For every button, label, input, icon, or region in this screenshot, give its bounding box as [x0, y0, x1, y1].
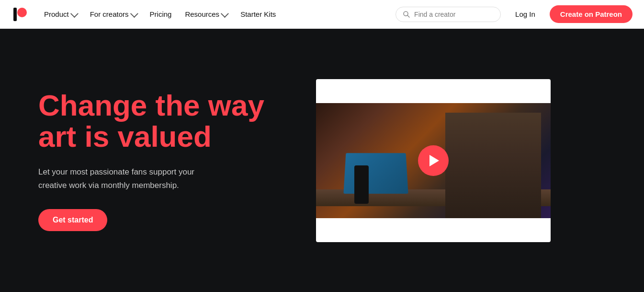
- chevron-down-icon: [221, 10, 229, 18]
- patreon-logo[interactable]: [11, 6, 29, 23]
- svg-rect-1: [13, 8, 17, 21]
- video-mic-left: [354, 165, 369, 204]
- create-on-patreon-button[interactable]: Create on Patreon: [550, 5, 633, 23]
- get-started-button[interactable]: Get started: [38, 209, 107, 231]
- nav-for-creators[interactable]: For creators: [84, 6, 142, 22]
- search-icon: [403, 11, 410, 18]
- nav-right: Log In Create on Patreon: [395, 5, 633, 23]
- nav-product[interactable]: Product: [38, 6, 82, 22]
- hero-section: Change the way art is valued Let your mo…: [0, 29, 644, 292]
- hero-video: [316, 79, 555, 242]
- chevron-down-icon: [70, 10, 79, 18]
- navbar: Product For creators Pricing Resources S…: [0, 0, 644, 29]
- nav-links: Product For creators Pricing Resources S…: [38, 6, 395, 22]
- search-bar[interactable]: [395, 7, 501, 22]
- video-notebook: [343, 153, 408, 194]
- play-icon: [429, 155, 439, 166]
- play-button[interactable]: [418, 145, 449, 176]
- chevron-down-icon: [130, 10, 138, 18]
- login-button[interactable]: Log In: [507, 6, 544, 22]
- hero-title: Change the way art is valued: [38, 90, 287, 152]
- search-input[interactable]: [414, 11, 494, 18]
- video-top-bar: [316, 79, 551, 103]
- video-bottom-bar: [316, 218, 551, 242]
- video-thumbnail[interactable]: [316, 79, 551, 242]
- svg-line-3: [407, 15, 409, 17]
- hero-content: Change the way art is valued Let your mo…: [38, 90, 287, 231]
- nav-starter-kits[interactable]: Starter Kits: [235, 6, 282, 22]
- svg-point-0: [17, 8, 27, 17]
- hero-subtitle: Let your most passionate fans support yo…: [38, 165, 220, 191]
- video-person: [445, 113, 541, 218]
- nav-resources[interactable]: Resources: [179, 6, 233, 22]
- nav-pricing[interactable]: Pricing: [144, 6, 178, 22]
